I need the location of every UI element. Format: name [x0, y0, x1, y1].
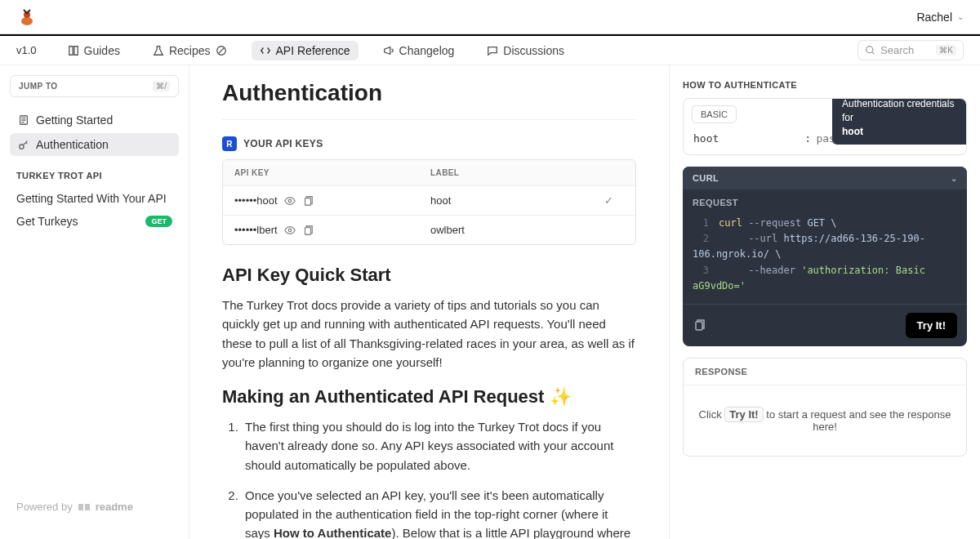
search-icon [865, 45, 875, 56]
readme-logo-icon [78, 501, 91, 513]
svg-rect-10 [696, 322, 702, 330]
para-intro: The Turkey Trot docs provide a variety o… [222, 296, 636, 372]
jump-to-box[interactable]: JUMP TO ⌘/ [10, 75, 179, 97]
copy-icon[interactable] [693, 318, 706, 332]
lang-tab[interactable]: CURL [693, 173, 719, 183]
book-icon [68, 45, 79, 56]
response-head: RESPONSE [684, 359, 966, 385]
step-2: Once you've selected an API key, you'll … [242, 486, 636, 539]
svg-point-6 [288, 199, 292, 203]
copy-icon[interactable] [302, 195, 314, 207]
sidebar-get-turkeys[interactable]: Get Turkeys GET [7, 210, 182, 233]
svg-rect-9 [305, 227, 310, 234]
eye-icon[interactable] [284, 195, 296, 207]
page-title: Authentication [222, 80, 636, 106]
try-it-button[interactable]: Try It! [906, 313, 957, 338]
curl-box: CURL ⌄ REQUEST 1curl --request GET \ 2cu… [683, 167, 967, 346]
response-body: Click Try It! to start a request and see… [684, 385, 966, 456]
logo[interactable] [16, 8, 38, 26]
auth-username-input[interactable] [693, 132, 800, 145]
sidebar-getting-started-api[interactable]: Getting Started With Your API [7, 187, 182, 210]
doc-icon [18, 114, 29, 126]
sidebar-item-authentication[interactable]: Authentication [10, 133, 179, 156]
code-icon [260, 45, 271, 56]
api-keys-header: R YOUR API KEYS [222, 136, 636, 151]
key-icon [18, 139, 29, 150]
section-making-request: Making an Authenticated API Request ✨ [222, 386, 636, 408]
section-quickstart: API Key Quick Start [222, 265, 636, 286]
step-1: The first thing you should do is log int… [242, 417, 636, 474]
svg-point-0 [21, 17, 33, 25]
nav-recipes[interactable]: Recipes [145, 41, 235, 60]
http-method-badge: GET [145, 216, 172, 227]
nav-api-reference[interactable]: API Reference [252, 41, 359, 60]
api-key-row[interactable]: ••••••lbert owlbert [223, 215, 635, 244]
sidebar-section-head: TURKEY TROT API [16, 171, 172, 180]
search-shortcut: ⌘K [936, 45, 956, 56]
copy-icon[interactable] [302, 225, 314, 236]
chat-icon [487, 45, 498, 56]
flask-icon [153, 45, 164, 56]
svg-point-8 [288, 229, 292, 232]
nav-discussions[interactable]: Discussions [479, 41, 572, 60]
svg-point-3 [866, 47, 873, 53]
col-label: LABEL [430, 168, 604, 177]
sidebar-item-getting-started[interactable]: Getting Started [10, 109, 179, 131]
check-icon: ✓ [604, 194, 624, 207]
request-label: REQUEST [683, 189, 967, 211]
user-menu[interactable]: Rachel ⌄ [916, 11, 964, 24]
tooltip: Authentication credentials for hoot [832, 98, 967, 145]
svg-rect-7 [305, 198, 310, 205]
col-api-key: API KEY [234, 168, 430, 177]
chevron-down-icon: ⌄ [957, 12, 964, 21]
user-name: Rachel [916, 11, 952, 24]
eye-icon[interactable] [284, 225, 296, 236]
avatar: R [222, 136, 237, 151]
version-selector[interactable]: v1.0 [16, 44, 37, 56]
auth-panel-head: HOW TO AUTHENTICATE [683, 80, 967, 90]
api-key-row[interactable]: ••••••hoot hoot ✓ [223, 185, 635, 215]
nav-changelog[interactable]: Changelog [375, 41, 463, 60]
search-input[interactable]: Search ⌘K [858, 40, 964, 60]
disabled-icon [216, 45, 227, 56]
auth-tab-basic[interactable]: BASIC [692, 105, 737, 123]
code-block[interactable]: 1curl --request GET \ 2curl --url https:… [683, 211, 967, 304]
nav-guides[interactable]: Guides [60, 41, 128, 60]
response-box: RESPONSE Click Try It! to start a reques… [683, 358, 967, 457]
api-keys-table: API KEY LABEL ••••••hoot hoot ✓ ••••••lb… [222, 159, 636, 245]
auth-credentials-box: Authentication credentials for hoot BASI… [683, 98, 967, 155]
steps-list: The first thing you should do is log int… [222, 417, 636, 539]
megaphone-icon [383, 45, 394, 56]
chevron-down-icon[interactable]: ⌄ [951, 174, 957, 183]
powered-by[interactable]: Powered by readme [7, 484, 182, 529]
